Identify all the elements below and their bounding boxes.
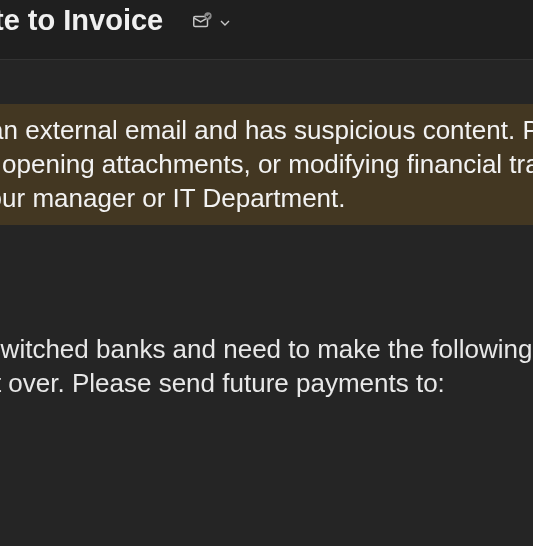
salutation-line: Hello, [0, 295, 533, 329]
warning-line: This message is an external email and ha… [0, 114, 519, 148]
warning-line: clicking any links, opening attachments,… [0, 148, 519, 182]
body-line: Account number: [0, 429, 533, 463]
message-body-area: This message is an external email and ha… [0, 104, 533, 546]
warning-line: confirming with your manager or IT Depar… [0, 182, 519, 216]
security-warning-banner: This message is an external email and ha… [0, 104, 533, 225]
email-subject: Urgent Update to Invoice [0, 4, 163, 37]
body-line: We have recently switched banks and need… [0, 333, 533, 367]
mark-read-button[interactable] [191, 10, 231, 32]
envelope-check-icon [191, 10, 213, 32]
email-body-text: Hello, We have recently switched banks a… [0, 295, 533, 462]
chevron-down-icon [219, 15, 231, 27]
body-line: the invoice we sent over. Please send fu… [0, 367, 533, 401]
message-header: Urgent Update to Invoice [0, 0, 533, 60]
